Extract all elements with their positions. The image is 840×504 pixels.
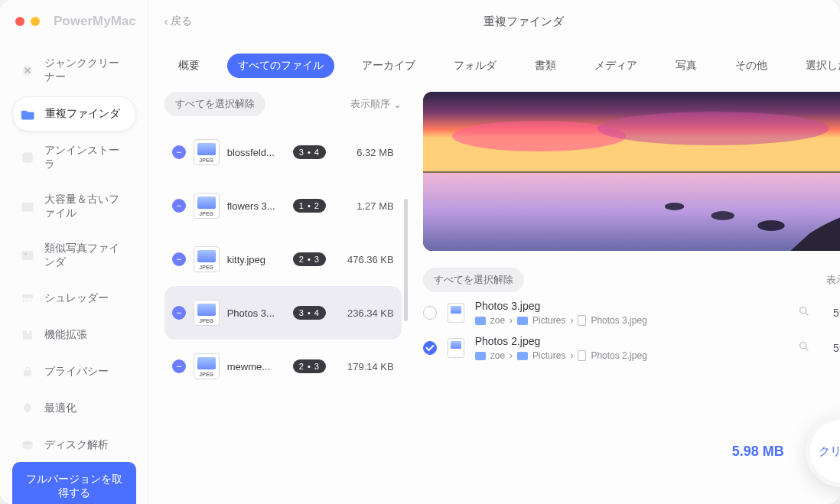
filter-tabs: 概要 すべてのファイル アーカイブ フォルダ 書類 メディア 写真 その他 選択… [149, 43, 840, 92]
tab-media[interactable]: メディア [584, 54, 648, 78]
tab-photos[interactable]: 写真 [665, 54, 708, 78]
tab-folders[interactable]: フォルダ [443, 54, 507, 78]
group-size: 6.32 MB [334, 147, 394, 158]
sort-button[interactable]: 表示順序 ⌄ [350, 97, 402, 111]
total-size: 5.98 MB [732, 444, 784, 460]
folder-icon [475, 317, 486, 325]
app-icon [20, 150, 35, 165]
image-icon [20, 248, 35, 263]
topbar: ‹ 戻る 重複ファインダ ? [149, 0, 840, 43]
sidebar: PowerMyMac ジャンククリーナー 重複ファインダ アンインストーラ 大容… [0, 0, 149, 504]
back-label: 戻る [171, 15, 192, 28]
sidebar-item-label: シュレッダー [44, 291, 109, 305]
tab-other[interactable]: その他 [724, 54, 778, 78]
group-row[interactable]: − JPEG blossfeld... 3 • 4 6.32 MB [164, 125, 402, 179]
group-row[interactable]: − JPEG flowers 3... 1 • 2 1.27 MB [164, 179, 402, 232]
group-list: − JPEG blossfeld... 3 • 4 6.32 MB − JPEG… [164, 125, 402, 393]
sidebar-item-label: 最適化 [44, 402, 77, 415]
broom-icon [20, 63, 35, 78]
checkbox[interactable] [423, 341, 437, 355]
back-button[interactable]: ‹ 戻る [164, 15, 193, 28]
tab-overview[interactable]: 概要 [168, 54, 210, 78]
file-name: Photos 2.jpeg [475, 335, 787, 347]
group-size: 236.34 KB [334, 307, 394, 319]
sidebar-item-optimize[interactable]: 最適化 [12, 392, 136, 425]
folder-icon [475, 352, 486, 360]
footer: 5.98 MB クリーン [732, 415, 840, 487]
svg-rect-6 [24, 370, 31, 376]
sidebar-item-junk-cleaner[interactable]: ジャンククリーナー [12, 47, 136, 93]
deselect-all-button[interactable]: すべてを選択解除 [164, 92, 265, 116]
folder-icon [517, 352, 528, 360]
sidebar-item-duplicate-finder[interactable]: 重複ファインダ [12, 96, 136, 132]
box-icon [20, 199, 35, 214]
file-row[interactable]: Photos 2.jpeg zoe › Pictures › Photos 2.… [423, 335, 840, 361]
file-thumb-icon: JPEG [194, 139, 220, 165]
group-filename: mewme... [227, 361, 285, 372]
file-name: Photos 3.jpeg [475, 300, 787, 312]
svg-point-14 [711, 211, 734, 220]
file-path: zoe › Pictures › Photos 3.jpeg [475, 315, 787, 326]
main: ‹ 戻る 重複ファインダ ? 概要 すべてのファイル アーカイブ フォルダ 書類… [149, 0, 840, 504]
svg-point-17 [799, 343, 806, 349]
collapse-icon[interactable]: − [172, 199, 186, 213]
tab-documents[interactable]: 書類 [524, 54, 567, 78]
sidebar-item-similar-photos[interactable]: 類似写真ファインダ [12, 232, 136, 278]
collapse-icon[interactable]: − [172, 359, 186, 373]
duplicate-file-list: Photos 3.jpeg zoe › Pictures › Photos 3.… [423, 300, 840, 361]
collapse-icon[interactable]: − [172, 306, 186, 320]
file-thumb-icon: JPEG [194, 353, 220, 379]
sidebar-item-label: 機能拡張 [44, 328, 87, 342]
sort-label: 表示順序 [826, 273, 840, 287]
svg-rect-1 [22, 152, 32, 162]
tab-all-files[interactable]: すべてのファイル [227, 54, 334, 78]
sidebar-item-label: プライバシー [44, 365, 109, 379]
duplicate-groups-panel: すべてを選択解除 表示順序 ⌄ − JPEG blossfeld... 3 • … [149, 92, 409, 504]
image-preview [423, 92, 840, 251]
file-thumb-icon: JPEG [194, 300, 220, 326]
file-size: 59.09 KB [821, 342, 840, 354]
group-row[interactable]: − JPEG Photos 3... 3 • 4 236.34 KB [164, 286, 402, 340]
svg-rect-5 [22, 294, 32, 298]
group-filename: Photos 3... [227, 307, 285, 319]
svg-point-13 [665, 203, 684, 210]
collapse-icon[interactable]: − [172, 145, 186, 159]
sidebar-item-label: 類似写真ファインダ [44, 242, 129, 269]
group-row[interactable]: − JPEG mewme... 2 • 3 179.14 KB [164, 340, 402, 393]
close-window-button[interactable] [15, 17, 24, 26]
get-full-version-button[interactable]: フルバージョンを取得する [12, 462, 136, 504]
sidebar-item-disk-analyzer[interactable]: ディスク解析 [12, 428, 136, 462]
page-title: 重複ファインダ [483, 15, 564, 29]
count-badge: 3 • 4 [293, 145, 326, 159]
disk-icon [20, 437, 35, 453]
reveal-in-finder-button[interactable] [798, 340, 810, 356]
sort-label: 表示順序 [350, 97, 390, 111]
sidebar-item-uninstaller[interactable]: アンインストーラ [12, 135, 136, 180]
minimize-window-button[interactable] [31, 17, 40, 26]
collapse-icon[interactable]: − [172, 252, 186, 266]
scrollbar[interactable] [404, 199, 408, 321]
svg-point-15 [757, 220, 784, 231]
file-info: Photos 2.jpeg zoe › Pictures › Photos 2.… [475, 335, 787, 361]
detail-toolbar: すべてを選択解除 表示順序 ⌄ [423, 268, 840, 292]
checkbox[interactable] [423, 306, 437, 320]
count-badge: 3 • 4 [293, 306, 326, 320]
sidebar-item-large-old-files[interactable]: 大容量＆古いファイル [12, 184, 136, 229]
clean-button[interactable]: クリーン [806, 415, 840, 487]
count-badge: 2 • 3 [293, 359, 326, 373]
count-badge: 2 • 3 [293, 252, 326, 266]
folder-duplicate-icon [21, 106, 36, 122]
tab-archives[interactable]: アーカイブ [351, 54, 426, 78]
sidebar-item-extensions[interactable]: 機能拡張 [12, 318, 136, 352]
sort-detail-button[interactable]: 表示順序 ⌄ [826, 273, 840, 287]
file-thumb-icon [448, 303, 464, 323]
reveal-in-finder-button[interactable] [798, 305, 810, 320]
group-filename: blossfeld... [227, 147, 285, 158]
sidebar-item-shredder[interactable]: シュレッダー [12, 281, 136, 315]
deselect-all-detail-button[interactable]: すべてを選択解除 [423, 268, 524, 292]
count-badge: 1 • 2 [293, 199, 326, 213]
tab-selected[interactable]: 選択した項目 [795, 54, 840, 78]
sidebar-item-privacy[interactable]: プライバシー [12, 355, 136, 389]
group-row[interactable]: − JPEG kitty.jpeg 2 • 3 476.36 KB [164, 232, 402, 286]
file-row[interactable]: Photos 3.jpeg zoe › Pictures › Photos 3.… [423, 300, 840, 326]
